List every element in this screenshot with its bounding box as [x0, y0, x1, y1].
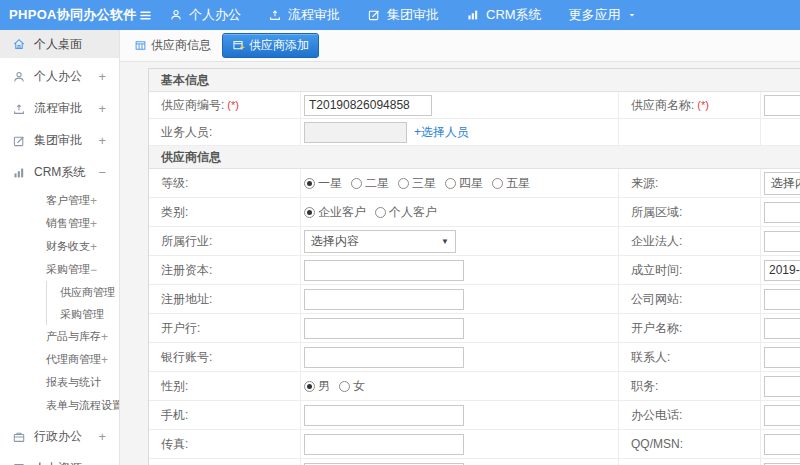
sidebar-item-workflow-approval[interactable]: 流程审批+ — [0, 95, 119, 122]
sidebar-subitem-form-workflow-settings[interactable]: 表单与流程设置+ — [0, 394, 119, 417]
expand-icon[interactable]: + — [98, 101, 119, 116]
briefcase-icon — [12, 430, 26, 444]
subitem-label: 产品与库存 — [46, 329, 101, 344]
menu-button[interactable] — [138, 8, 153, 23]
bank-input[interactable] — [304, 318, 464, 339]
business-person-input[interactable] — [304, 122, 407, 143]
supplier-code-input[interactable] — [304, 95, 432, 116]
nav-item-crm-system[interactable]: CRM系统 — [466, 6, 542, 24]
sidebar-item-crm-system[interactable]: CRM系统− — [0, 159, 119, 186]
expand-icon[interactable]: − — [98, 165, 119, 180]
category-radios: 企业客户个人客户 — [304, 204, 446, 221]
sidebar-subitem-purchase-mgmt[interactable]: 采购管理− — [0, 258, 119, 281]
form-row: 所属行业:选择内容▼企业法人: — [149, 227, 800, 256]
fax-input[interactable] — [304, 434, 464, 455]
radio-checked-icon[interactable] — [304, 178, 315, 189]
industry-select[interactable]: 选择内容▼ — [304, 230, 456, 253]
registered-address-label: 注册地址: — [161, 291, 212, 308]
sidebar-item-personal-office[interactable]: 个人办公+ — [0, 63, 119, 90]
expand-icon[interactable]: + — [98, 69, 119, 84]
field-cell — [301, 430, 619, 458]
radio-unchecked-icon[interactable] — [492, 178, 503, 189]
sidebar-item-group-approval[interactable]: 集团审批+ — [0, 127, 119, 154]
office-phone-label: 办公电话: — [631, 407, 682, 424]
expand-icon[interactable]: + — [98, 461, 119, 465]
tab-supplier-add[interactable]: 供应商添加 — [222, 33, 319, 58]
level-radios: 一星二星三星四星五星 — [304, 175, 539, 192]
fax-label: 传真: — [161, 436, 188, 453]
form-section-0: 基本信息供应商编号:(*)供应商名称:(*)业务人员:+选择人员 — [149, 69, 800, 146]
expand-icon[interactable]: + — [101, 353, 120, 367]
sidebar-subitem-product-inventory[interactable]: 产品与库存+ — [0, 325, 119, 348]
source-label: 来源: — [631, 175, 658, 192]
subitem-label: 报表与统计 — [46, 375, 101, 390]
office-phone-input[interactable] — [764, 405, 800, 426]
subitem-label: 供应商管理 — [60, 285, 115, 300]
category-option[interactable]: 个人客户 — [375, 204, 437, 221]
region-input[interactable] — [764, 202, 800, 223]
field-cell — [761, 459, 800, 465]
registered-address-input[interactable] — [304, 289, 464, 310]
gender-option[interactable]: 男 — [304, 378, 330, 395]
expand-icon[interactable]: + — [98, 429, 119, 444]
expand-icon[interactable]: + — [90, 217, 120, 231]
contact-person-input[interactable] — [764, 347, 800, 368]
radio-unchecked-icon[interactable] — [339, 381, 350, 392]
level-option[interactable]: 一星 — [304, 175, 342, 192]
radio-label: 二星 — [365, 175, 389, 192]
sidebar-item-label: 人力资源 — [34, 460, 82, 465]
radio-unchecked-icon[interactable] — [351, 178, 362, 189]
field-label-cell: 成立时间: — [619, 256, 761, 284]
field-label-cell: 办公电话: — [619, 401, 761, 429]
field-cell — [301, 459, 619, 465]
level-option[interactable]: 二星 — [351, 175, 389, 192]
account-name-input[interactable] — [764, 318, 800, 339]
business-person-link[interactable]: +选择人员 — [414, 124, 469, 141]
tab-bar: 供应商信息供应商添加 — [120, 30, 800, 62]
founded-date-input[interactable] — [764, 260, 800, 281]
sidebar-subitem-purchasing-mgmt[interactable]: 采购管理 — [47, 303, 119, 325]
sidebar-subitem-agent-mgmt[interactable]: 代理商管理+ — [0, 348, 119, 371]
sidebar-subitem-finance-mgmt[interactable]: 财务收支+ — [0, 235, 119, 258]
position-input[interactable] — [764, 376, 800, 397]
supplier-name-input[interactable] — [764, 95, 800, 116]
level-option[interactable]: 三星 — [398, 175, 436, 192]
level-option[interactable]: 五星 — [492, 175, 530, 192]
sidebar-subitem-sales-mgmt[interactable]: 销售管理+ — [0, 212, 119, 235]
radio-checked-icon[interactable] — [304, 207, 315, 218]
sidebar-subitem-customer-mgmt[interactable]: 客户管理+ — [0, 189, 119, 212]
radio-checked-icon[interactable] — [304, 381, 315, 392]
expand-icon[interactable]: + — [90, 194, 120, 208]
legal-person-input[interactable] — [764, 231, 800, 252]
edit-icon — [12, 134, 26, 148]
expand-icon[interactable]: + — [98, 133, 119, 148]
sidebar-subitem-supplier-mgmt[interactable]: 供应商管理 — [47, 281, 119, 303]
expand-icon[interactable]: + — [101, 330, 120, 344]
qq-msn-input[interactable] — [764, 434, 800, 455]
gender-option[interactable]: 女 — [339, 378, 365, 395]
sidebar-subitem-reports-statistics[interactable]: 报表与统计 — [0, 371, 119, 394]
registered-capital-input[interactable] — [304, 260, 464, 281]
nav-item-workflow-approval[interactable]: 流程审批 — [268, 6, 340, 24]
mobile-input[interactable] — [304, 405, 464, 426]
nav-item-group-approval[interactable]: 集团审批 — [367, 6, 439, 24]
nav-item-more-apps[interactable]: 更多应用 — [569, 6, 637, 24]
tab-supplier-info[interactable]: 供应商信息 — [134, 37, 211, 54]
source-select[interactable]: 选择内容▼ — [764, 172, 800, 195]
company-website-input[interactable] — [764, 289, 800, 310]
form-row: 等级:一星二星三星四星五星来源:选择内容▼ — [149, 169, 800, 198]
person-icon — [169, 8, 183, 22]
sidebar-item-personal-desktop[interactable]: 个人桌面 — [0, 30, 119, 58]
expand-icon[interactable]: − — [90, 263, 120, 277]
radio-unchecked-icon[interactable] — [375, 207, 386, 218]
radio-unchecked-icon[interactable] — [398, 178, 409, 189]
level-option[interactable]: 四星 — [445, 175, 483, 192]
category-option[interactable]: 企业客户 — [304, 204, 366, 221]
radio-unchecked-icon[interactable] — [445, 178, 456, 189]
sidebar-item-human-resources[interactable]: 人力资源+ — [0, 455, 119, 465]
sidebar-item-admin-office[interactable]: 行政办公+ — [0, 423, 119, 450]
bank-account-input[interactable] — [304, 347, 464, 368]
menu-icon — [138, 8, 153, 23]
expand-icon[interactable]: + — [90, 240, 120, 254]
nav-item-personal-office[interactable]: 个人办公 — [169, 6, 241, 24]
